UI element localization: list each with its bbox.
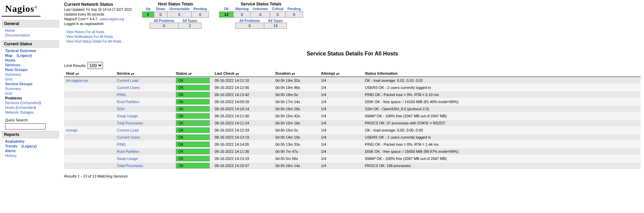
service-link[interactable]: PING <box>117 142 126 146</box>
nav-link[interactable]: Hosts <box>5 58 16 62</box>
sort-down-icon[interactable]: ▾ <box>237 72 239 75</box>
table-header[interactable]: Status Information <box>363 70 641 77</box>
service-link[interactable]: Current Users <box>117 135 140 139</box>
service-link[interactable]: Root Partition <box>117 100 139 104</box>
nav-link[interactable]: Services <box>5 101 19 105</box>
nav-link[interactable]: Home <box>5 28 15 32</box>
service-link[interactable]: SSH <box>117 107 125 111</box>
table-header[interactable]: Status ▴▾ <box>174 70 213 77</box>
nav-link[interactable]: Trends <box>5 144 17 148</box>
quick-search-label: Quick Search: <box>2 117 59 123</box>
totals-col-link[interactable]: Pending <box>193 7 207 11</box>
totals-value[interactable]: 0 <box>251 12 270 18</box>
service-link[interactable]: Root Partition <box>117 149 139 153</box>
limit-results-select[interactable]: 100 <box>87 62 103 69</box>
nav-link[interactable]: Services <box>5 63 20 67</box>
totals-value[interactable]: 0 <box>191 12 209 18</box>
nav-link[interactable]: Documentation <box>5 33 30 37</box>
table-row: Root Partition OK 09-16-2022 14:09:28 0d… <box>64 98 641 105</box>
nav-sublink[interactable]: Summary <box>5 87 21 91</box>
totals-col-link[interactable]: Ok <box>224 7 229 11</box>
service-cell: Current Load <box>115 77 174 84</box>
totals-value[interactable]: 2 <box>142 12 154 18</box>
totals-col-link[interactable]: Pending <box>288 7 301 11</box>
nav-link[interactable]: Host Groups <box>5 68 28 72</box>
totals-col-link[interactable]: Down <box>156 7 165 11</box>
nav-link[interactable]: Tactical Overview <box>5 49 36 53</box>
host-link[interactable]: int-nagios-svr <box>66 78 88 82</box>
status-link[interactable]: View Notifications For All Hosts <box>66 34 132 39</box>
service-cell: Total Processes <box>115 120 174 127</box>
nav-link[interactable]: Hosts <box>5 105 15 110</box>
totals-value[interactable]: 0 <box>270 12 286 18</box>
nagios-org-link[interactable]: www.nagios.org <box>100 17 124 21</box>
info-cell: PING OK - Packet loss = 0%, RTA = 1.44 m… <box>363 141 641 148</box>
last-check-cell: 09-16-2022 14:11:00 <box>213 113 273 120</box>
totals-value[interactable]: 0 <box>235 23 264 29</box>
service-link[interactable]: Total Processes <box>117 121 143 125</box>
totals-col-link[interactable]: Warning <box>235 7 249 11</box>
quick-search-input[interactable] <box>5 123 46 129</box>
nav-link[interactable]: Alerts <box>5 149 16 153</box>
sort-down-icon[interactable]: ▾ <box>77 72 79 75</box>
nav-sublink[interactable]: Grid <box>5 91 12 95</box>
nav-sublink[interactable]: Summary <box>5 72 21 76</box>
totals-value[interactable]: 0 <box>286 12 303 18</box>
totals-value[interactable]: 2 <box>179 23 202 29</box>
totals-col-link[interactable]: All Problems <box>239 19 260 23</box>
last-check-cell: 09-16-2022 14:13:19 <box>213 155 273 162</box>
totals-col-link[interactable]: All Problems <box>154 19 175 23</box>
sort-down-icon[interactable]: ▾ <box>133 72 134 75</box>
totals-col-link[interactable]: All Types <box>268 19 283 23</box>
sort-down-icon[interactable]: ▾ <box>190 72 192 75</box>
service-link[interactable]: PING <box>117 93 126 97</box>
last-check-cell: 09-16-2022 14:14:05 <box>213 141 273 148</box>
nav-link[interactable]: Unhandled <box>22 101 39 105</box>
nav-sublink[interactable]: Grid <box>5 77 12 81</box>
table-header[interactable]: Last Check ▴▾ <box>213 70 273 77</box>
service-cell: Root Partition <box>115 148 174 155</box>
service-link[interactable]: Current Load <box>117 128 138 132</box>
status-link[interactable]: View Host Status Detail For All Hosts <box>66 39 132 44</box>
host-link[interactable]: mongo <box>66 128 78 132</box>
nav-sublink[interactable]: History <box>5 153 17 158</box>
service-link[interactable]: Current Users <box>117 86 140 90</box>
nav-link[interactable]: Network Outages <box>5 110 34 114</box>
table-header[interactable]: Host ▴▾ <box>64 70 115 77</box>
service-link[interactable]: Swap Usage <box>117 114 138 118</box>
service-cell: Current Users <box>115 134 174 141</box>
last-check-cell: 09-16-2022 14:13:42 <box>213 91 273 98</box>
status-link[interactable]: View History For all hosts <box>66 30 132 34</box>
totals-col-link[interactable]: Up <box>146 7 150 11</box>
totals-value[interactable]: 0 <box>150 23 179 29</box>
status-badge: OK <box>176 113 210 119</box>
duration-cell: 0d 0h 19m 32s <box>273 77 319 84</box>
nav-link[interactable]: Service Groups <box>5 82 32 86</box>
sort-down-icon[interactable]: ▾ <box>293 72 295 75</box>
service-link[interactable]: Swap Usage <box>117 157 138 161</box>
nav-link-legacy[interactable]: (Legacy) <box>17 53 32 57</box>
nav-link[interactable]: Map <box>5 53 12 57</box>
nav-link-legacy[interactable]: (Legacy) <box>21 144 36 148</box>
attempt-cell: 1/4 <box>319 148 363 155</box>
nav-link[interactable]: Unhandled <box>17 105 35 110</box>
nav-header-current-status: Current Status <box>2 40 59 48</box>
totals-col-link[interactable]: Unknown <box>253 7 268 11</box>
totals-col-link[interactable]: All Types <box>183 19 197 23</box>
totals-col-link[interactable]: Critical <box>272 7 284 11</box>
sort-down-icon[interactable]: ▾ <box>338 72 340 75</box>
table-header[interactable]: Attempt ▴▾ <box>319 70 363 77</box>
totals-value[interactable]: 0 <box>233 12 251 18</box>
last-check-cell: 09-16-2022 14:09:28 <box>213 98 273 105</box>
totals-value[interactable]: 13 <box>219 12 233 18</box>
table-header[interactable]: Service ▴▾ <box>115 70 174 77</box>
table-header[interactable]: Duration ▴▾ <box>273 70 319 77</box>
nav-link[interactable]: Availability <box>5 139 25 143</box>
totals-value[interactable]: 0 <box>167 12 191 18</box>
service-link[interactable]: Current Load <box>117 78 138 82</box>
host-cell <box>64 162 115 169</box>
service-link[interactable]: Total Processes <box>117 164 143 168</box>
totals-value[interactable]: 13 <box>264 23 287 29</box>
totals-value[interactable]: 0 <box>154 12 167 18</box>
totals-col-link[interactable]: Unreachable <box>169 7 189 11</box>
